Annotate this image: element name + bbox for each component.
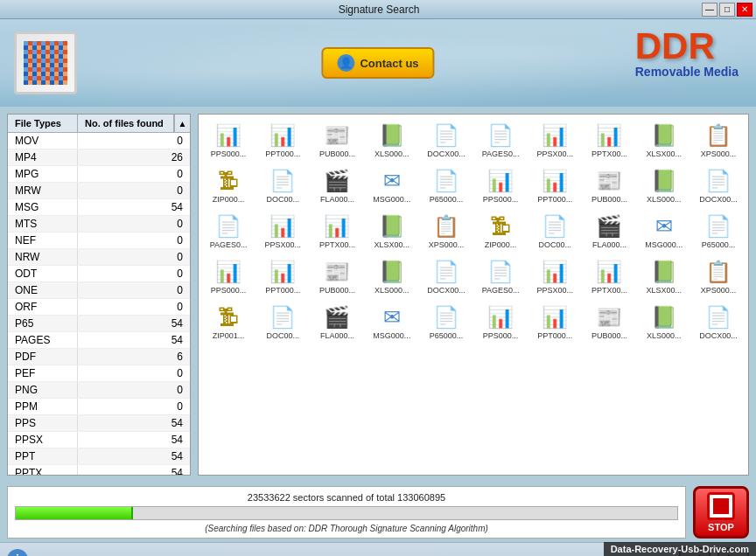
file-icon-item[interactable]: 📊 PPS000... <box>202 254 255 298</box>
progress-sectors-text: 23533622 sectors scanned of total 133060… <box>15 492 678 503</box>
file-icon-item[interactable]: 📊 PPTX00... <box>311 209 363 253</box>
file-icon-item[interactable]: 📄 P65000... <box>420 163 472 207</box>
file-icon-item[interactable]: 📊 PPS000... <box>474 300 527 344</box>
file-icon-label: MSG000... <box>373 331 410 340</box>
file-type-cell: MP4 <box>8 149 78 165</box>
file-icon-item[interactable]: 📄 P65000... <box>420 300 472 344</box>
file-icon-item[interactable]: 📄 P65000... <box>692 209 745 253</box>
file-icon-item[interactable]: 📋 XPS000... <box>420 209 472 253</box>
file-list-row[interactable]: MOV0 <box>8 133 190 149</box>
file-list-row[interactable]: NRW0 <box>8 249 190 266</box>
file-icon-item[interactable]: 📰 PUB000... <box>583 300 635 344</box>
file-icon-item[interactable]: 📄 PAGES0... <box>474 254 527 298</box>
file-icon-item[interactable]: 📗 XLS000... <box>638 163 690 207</box>
file-icon-label: PPSX00... <box>537 286 574 295</box>
file-icon-item[interactable]: 📗 XLS000... <box>366 118 418 162</box>
file-list-row[interactable]: PEF0 <box>8 365 190 382</box>
file-icon-label: XPS000... <box>701 149 737 158</box>
file-list-row[interactable]: PDF6 <box>8 349 190 365</box>
file-icon-item[interactable]: 📊 PPS000... <box>474 163 527 207</box>
file-icon-item[interactable]: 📄 DOC00... <box>528 209 581 253</box>
file-icon-glyph: 📰 <box>595 303 623 331</box>
close-button[interactable]: ✕ <box>737 3 752 17</box>
file-icon-item[interactable]: 🗜 ZIP000... <box>474 209 527 253</box>
file-icon-item[interactable]: 📋 XPS000... <box>692 254 745 298</box>
file-icon-label: DOCX00... <box>699 331 738 340</box>
file-list-row[interactable]: PAGES54 <box>8 332 190 349</box>
file-list-row[interactable]: MSG54 <box>8 199 190 216</box>
file-icon-item[interactable]: 📗 XLS000... <box>638 300 690 344</box>
file-icon-item[interactable]: 📊 PPT000... <box>528 300 581 344</box>
file-list-row[interactable]: MRW0 <box>8 183 190 199</box>
header: 👤 Contact us DDR Removable Media <box>0 19 756 107</box>
file-icon-item[interactable]: 📋 XPS000... <box>692 118 745 162</box>
file-icon-item[interactable]: 📗 XLS000... <box>366 254 418 298</box>
file-icon-glyph: 📄 <box>432 167 460 195</box>
file-list-row[interactable]: P6554 <box>8 316 190 332</box>
file-icon-label: PUB000... <box>319 286 355 295</box>
file-type-cell: ONE <box>8 282 78 298</box>
ddr-text: DDR <box>635 28 738 65</box>
file-list-row[interactable]: ODT0 <box>8 266 190 282</box>
file-icon-item[interactable]: 🎬 FLA000... <box>311 163 363 207</box>
file-list-row[interactable]: ONE0 <box>8 282 190 299</box>
file-list-row[interactable]: PNG0 <box>8 382 190 399</box>
file-list-row[interactable]: ORF0 <box>8 299 190 316</box>
file-icon-item[interactable]: 🎬 FLA000... <box>311 300 363 344</box>
file-icon-item[interactable]: 📄 DOCX00... <box>692 300 745 344</box>
file-count-cell: 0 <box>78 299 190 315</box>
stop-button[interactable]: STOP <box>693 486 749 539</box>
file-icon-item[interactable]: 📊 PPT000... <box>528 163 581 207</box>
file-icon-item[interactable]: 📊 PPSX00... <box>528 118 581 162</box>
file-list[interactable]: MOV0MP426MPG0MRW0MSG54MTS0NEF0NRW0ODT0ON… <box>8 133 190 475</box>
file-icon-item[interactable]: 📄 PAGES0... <box>202 209 255 253</box>
contact-icon: 👤 <box>337 54 354 72</box>
file-icon-item[interactable]: ✉ MSG000... <box>366 163 418 207</box>
file-icon-item[interactable]: 📊 PPT000... <box>256 254 309 298</box>
file-icon-item[interactable]: 📄 DOCX00... <box>692 163 745 207</box>
file-list-row[interactable]: MTS0 <box>8 216 190 233</box>
scroll-up-button[interactable]: ▲ <box>174 115 190 132</box>
file-icon-item[interactable]: ✉ MSG000... <box>638 209 690 253</box>
right-panel[interactable]: 📊 PPS000... 📊 PPT000... 📰 PUB000... 📗 XL… <box>198 114 749 476</box>
file-icon-item[interactable]: 📊 PPTX00... <box>583 254 635 298</box>
file-icon-label: MSG000... <box>645 240 682 249</box>
file-list-row[interactable]: MPG0 <box>8 166 190 183</box>
file-icon-item[interactable]: 📊 PPSX00... <box>528 254 581 298</box>
file-icon-item[interactable]: 🗜 ZIP000... <box>202 163 255 207</box>
file-icon-item[interactable]: 📰 PUB000... <box>583 163 635 207</box>
maximize-button[interactable]: □ <box>719 3 735 17</box>
file-list-row[interactable]: PPSX54 <box>8 432 190 448</box>
file-list-row[interactable]: MP426 <box>8 149 190 166</box>
file-icon-item[interactable]: 📊 PPT000... <box>256 118 309 162</box>
file-icon-glyph: ✉ <box>650 212 678 240</box>
file-icon-glyph: 📊 <box>269 122 297 149</box>
file-icon-item[interactable]: ✉ MSG000... <box>366 300 418 344</box>
file-icon-item[interactable]: 📄 DOCX00... <box>420 254 472 298</box>
file-icon-label: FLA000... <box>320 331 354 340</box>
file-icon-glyph: 📊 <box>214 122 242 149</box>
file-list-row[interactable]: PPTX54 <box>8 465 190 475</box>
file-icon-item[interactable]: 📊 PPSX00... <box>256 209 309 253</box>
file-icon-item[interactable]: 📊 PPTX00... <box>583 118 635 162</box>
file-icon-item[interactable]: 📗 XLSX00... <box>638 118 690 162</box>
file-list-row[interactable]: NEF0 <box>8 233 190 249</box>
file-icon-item[interactable]: 📰 PUB000... <box>311 254 363 298</box>
file-list-row[interactable]: PPT54 <box>8 448 190 465</box>
file-icon-item[interactable]: 📄 PAGES0... <box>474 118 527 162</box>
file-icon-item[interactable]: 📊 PPS000... <box>202 118 255 162</box>
file-list-row[interactable]: PPS54 <box>8 415 190 432</box>
contact-button[interactable]: 👤 Contact us <box>321 47 434 79</box>
minimize-button[interactable]: — <box>702 3 718 17</box>
file-list-row[interactable]: PPM0 <box>8 399 190 415</box>
file-icon-item[interactable]: 📗 XLSX00... <box>638 254 690 298</box>
file-icon-item[interactable]: 📰 PUB000... <box>311 118 363 162</box>
file-icon-item[interactable]: 📄 DOC00... <box>256 300 309 344</box>
ddr-brand: DDR Removable Media <box>635 28 738 79</box>
file-icon-item[interactable]: 📗 XLSX00... <box>366 209 418 253</box>
file-icon-item[interactable]: 📄 DOC00... <box>256 163 309 207</box>
file-icon-item[interactable]: 🗜 ZIP001... <box>202 300 255 344</box>
file-icon-item[interactable]: 📄 DOCX00... <box>420 118 472 162</box>
file-type-cell: MOV <box>8 133 78 149</box>
file-icon-item[interactable]: 🎬 FLA000... <box>583 209 635 253</box>
